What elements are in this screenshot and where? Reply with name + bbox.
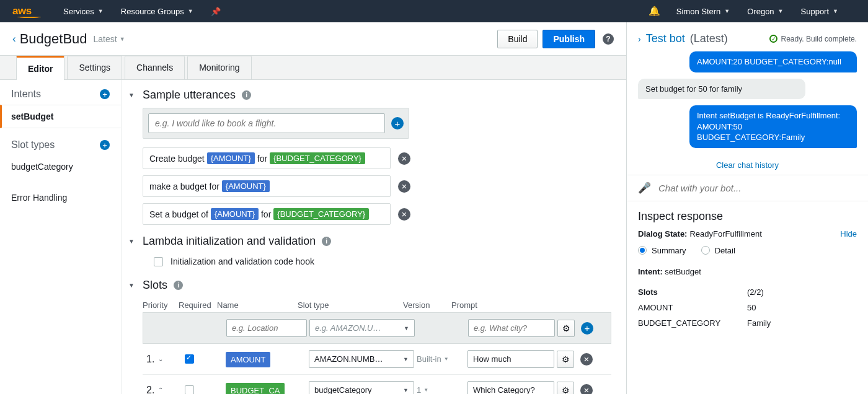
utterance-row: Create budget {AMOUNT} for {BUDGET_CATEG… (143, 147, 611, 169)
tab-channels[interactable]: Channels (125, 56, 185, 79)
expand-icon[interactable]: › (638, 34, 641, 44)
detail-radio[interactable]: Detail (701, 246, 735, 255)
slot-type-select[interactable]: e.g. AMAZON.U…▼ (309, 319, 415, 337)
slot-type-select[interactable]: budgetCategory▼ (309, 381, 414, 394)
utterance-input-row: + (143, 108, 409, 139)
delete-utterance-button[interactable]: × (398, 152, 410, 165)
slot-required-checkbox[interactable] (185, 354, 194, 364)
section-lambda[interactable]: ▼ Lambda initialization and validation i (126, 231, 611, 254)
slot-version: Built-in (417, 354, 441, 364)
chat-input[interactable] (658, 183, 857, 193)
editor-sidebar: Intents + setBudget Slot types + budgetC… (0, 80, 122, 394)
slot-chip: {BUDGET_CATEGORY} (270, 152, 365, 164)
chevron-down-icon: ▼ (126, 282, 136, 289)
page-header: ‹ BudgetBud Latest▼ Build Publish ? (0, 22, 626, 56)
inspect-slot-key: AMOUNT (638, 303, 747, 312)
col-version: Version (403, 300, 451, 310)
add-slot-button[interactable]: + (581, 322, 593, 335)
lambda-hook-checkbox[interactable] (154, 257, 163, 266)
delete-utterance-button[interactable]: × (398, 208, 410, 221)
summary-radio[interactable]: Summary (638, 246, 686, 255)
intent-label: Intent: (638, 267, 663, 276)
hide-link[interactable]: Hide (840, 229, 857, 239)
section-utterances[interactable]: ▼ Sample utterances i (126, 85, 611, 108)
slot-name-chip[interactable]: BUDGET_CA (226, 383, 285, 395)
intent-value: setBudget (665, 267, 701, 276)
utterance-text[interactable]: Create budget {AMOUNT} for {BUDGET_CATEG… (143, 147, 391, 169)
slot-types-heading: Slot types (11, 139, 55, 151)
add-intent-button[interactable]: + (100, 89, 110, 99)
slot-priority: 2. (146, 385, 154, 395)
nav-resource-groups[interactable]: Resource Groups▼ (121, 7, 193, 16)
tab-editor[interactable]: Editor (16, 56, 64, 80)
lambda-hook-label: Initialization and validation code hook (170, 256, 314, 266)
nav-region[interactable]: Oregon▼ (747, 7, 783, 16)
add-utterance-button[interactable]: + (391, 117, 404, 129)
nav-user[interactable]: Simon Stern▼ (676, 7, 730, 16)
delete-slot-button[interactable]: × (580, 384, 593, 395)
inspect-slot-value: Family (747, 318, 771, 328)
tab-monitoring[interactable]: Monitoring (187, 56, 251, 79)
tab-bar: Editor Settings Channels Monitoring (0, 56, 626, 80)
col-required: Required (179, 300, 217, 310)
utterance-row: Set a budget of {AMOUNT} for {BUDGET_CAT… (143, 203, 611, 225)
page-title: BudgetBud (20, 31, 87, 47)
slot-chip: {AMOUNT} (222, 180, 270, 192)
slots-count: (2/2) (747, 287, 764, 297)
help-icon[interactable]: ? (603, 33, 614, 45)
inspect-slot-row: AMOUNT50 (638, 300, 857, 315)
section-slots[interactable]: ▼ Slots i (126, 275, 611, 298)
bell-icon[interactable]: 🔔 (649, 6, 660, 17)
sidebar-intent-setbudget[interactable]: setBudget (0, 105, 121, 128)
slot-prompt-input[interactable] (468, 319, 555, 337)
slot-settings-button[interactable]: ⚙ (557, 382, 574, 395)
dialog-state-label: Dialog State: (638, 229, 687, 239)
sidebar-slottype-budgetcategory[interactable]: budgetCategory (0, 155, 121, 178)
slot-required-checkbox[interactable] (185, 385, 194, 394)
back-icon[interactable]: ‹ (12, 33, 16, 45)
info-icon[interactable]: i (174, 281, 183, 290)
build-button[interactable]: Build (497, 30, 538, 48)
slot-type-select[interactable]: AMAZON.NUMB…▼ (309, 350, 414, 368)
chevron-down-icon: ▼ (126, 92, 136, 98)
editor-pane: ▼ Sample utterances i + Create budget {A… (122, 80, 626, 394)
slot-name-input[interactable] (226, 319, 307, 337)
slots-header: Slots (638, 287, 747, 297)
info-icon[interactable]: i (242, 90, 251, 100)
chevron-up-icon[interactable]: ⌃ (158, 387, 163, 393)
delete-slot-button[interactable]: × (580, 353, 593, 366)
aws-logo[interactable]: aws (12, 5, 41, 18)
slot-settings-button[interactable]: ⚙ (557, 351, 574, 368)
pin-icon[interactable]: 📌 (211, 7, 221, 16)
test-panel: › Test bot (Latest) ✓Ready. Build comple… (626, 22, 868, 394)
tab-settings[interactable]: Settings (67, 56, 122, 79)
test-bot-title: Test bot (646, 32, 685, 45)
utterance-text[interactable]: make a budget for {AMOUNT} (143, 175, 391, 197)
nav-support[interactable]: Support▼ (801, 7, 838, 16)
slot-prompt-input[interactable]: Which Category? (467, 381, 554, 394)
chevron-down-icon[interactable]: ⌄ (158, 356, 163, 362)
info-icon[interactable]: i (322, 237, 331, 246)
microphone-icon[interactable]: 🎤 (638, 182, 651, 195)
sidebar-error-handling[interactable]: Error Handling (0, 186, 121, 209)
slot-prompt-input[interactable]: How much (467, 350, 554, 368)
build-status: ✓Ready. Build complete. (769, 35, 857, 43)
publish-button[interactable]: Publish (542, 30, 595, 48)
chevron-down-icon: ▼ (126, 238, 136, 245)
clear-chat-link[interactable]: Clear chat history (627, 158, 868, 175)
delete-utterance-button[interactable]: × (398, 180, 410, 193)
user-message: Set budget for 50 for family (638, 79, 805, 100)
col-prompt: Prompt (451, 300, 538, 310)
version-selector[interactable]: Latest▼ (94, 34, 125, 44)
utterance-input[interactable] (148, 113, 385, 133)
slot-name-chip[interactable]: AMOUNT (226, 352, 270, 367)
bot-message: Intent setBudget is ReadyForFulfillment:… (689, 105, 857, 148)
inspect-slot-value: 50 (747, 303, 756, 312)
add-slot-type-button[interactable]: + (100, 140, 110, 150)
slot-chip: {AMOUNT} (207, 152, 255, 164)
slot-settings-button[interactable]: ⚙ (557, 320, 575, 337)
nav-services[interactable]: Services▼ (63, 7, 104, 16)
slot-input-row: e.g. AMAZON.U…▼ ⚙ + (143, 312, 611, 344)
chevron-down-icon: ▼ (724, 8, 730, 14)
utterance-text[interactable]: Set a budget of {AMOUNT} for {BUDGET_CAT… (143, 203, 391, 225)
